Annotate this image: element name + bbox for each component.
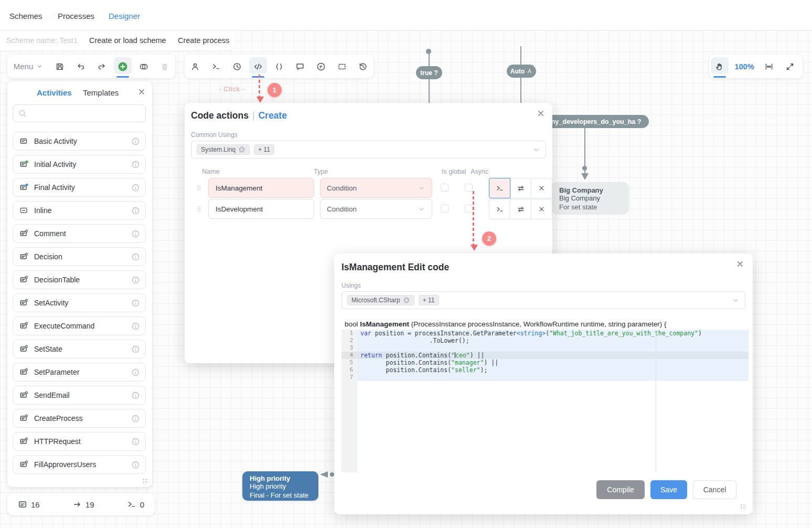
info-icon[interactable] xyxy=(131,160,140,169)
redo-button[interactable] xyxy=(91,55,112,78)
info-icon[interactable] xyxy=(131,137,140,146)
drag-handle-icon[interactable] xyxy=(195,183,203,194)
delete-button[interactable] xyxy=(154,55,175,78)
code-actions-button[interactable] xyxy=(248,55,269,78)
info-icon[interactable] xyxy=(131,252,140,261)
create-process-button[interactable]: Create process xyxy=(178,36,229,45)
transition-label-true[interactable]: true ? xyxy=(416,66,442,79)
info-icon[interactable] xyxy=(131,229,140,238)
zoom-level-button[interactable]: 100% xyxy=(730,55,758,78)
usings-select[interactable]: Microsoft.CSharp + 11 xyxy=(341,291,745,309)
chip-remove-icon[interactable] xyxy=(238,146,245,153)
action-type-select[interactable]: Condition xyxy=(320,199,432,219)
activity-item-inline[interactable]: Inline xyxy=(13,201,146,220)
activity-item-httprequest[interactable]: HTTPRequest xyxy=(13,432,146,451)
activity-item-setparameter[interactable]: SetParameter xyxy=(13,363,146,382)
activity-item-decisiontable[interactable]: DecisionTable xyxy=(13,270,146,289)
palette-resize-grip[interactable] xyxy=(142,478,148,484)
info-icon[interactable] xyxy=(131,437,140,446)
using-chip[interactable]: System.Linq xyxy=(197,144,250,155)
code-editor[interactable]: bool IsManagement (ProcessInstance proce… xyxy=(341,317,749,472)
common-usings-select[interactable]: System.Linq + 11 xyxy=(191,141,546,159)
actors-button[interactable] xyxy=(185,55,206,78)
nav-tab-schemes[interactable]: Schemes xyxy=(9,12,42,20)
info-icon[interactable] xyxy=(131,345,140,354)
create-or-load-scheme-button[interactable]: Create or load scheme xyxy=(89,36,166,45)
tab-activities[interactable]: Activities xyxy=(37,88,72,97)
dialog-resize-grip[interactable] xyxy=(740,504,746,510)
compile-button[interactable]: Compile xyxy=(596,480,645,499)
info-icon[interactable] xyxy=(131,183,140,192)
info-icon[interactable] xyxy=(131,460,140,469)
activity-item-setactivity[interactable]: SetActivity xyxy=(13,293,146,312)
code-line-content[interactable]: return position.Contains("ceo") || xyxy=(357,352,749,359)
timers-button[interactable] xyxy=(227,55,248,78)
parameters-button[interactable] xyxy=(269,55,290,78)
action-name-input[interactable] xyxy=(208,199,314,219)
close-icon[interactable] xyxy=(537,109,545,118)
pan-tool-button[interactable] xyxy=(709,55,730,78)
activity-item-basic-activity[interactable]: Basic Activity xyxy=(13,132,146,151)
delete-action-button[interactable] xyxy=(531,199,552,219)
async-checkbox[interactable] xyxy=(465,184,473,192)
usings-more-chip[interactable]: + 11 xyxy=(419,295,439,305)
close-icon[interactable] xyxy=(137,88,146,98)
undo-button[interactable] xyxy=(70,55,91,78)
info-icon[interactable] xyxy=(131,391,140,400)
commands-button[interactable] xyxy=(206,55,227,78)
transition-endpoint[interactable] xyxy=(426,49,431,54)
settings-button[interactable] xyxy=(510,199,531,219)
toggle-view-button[interactable] xyxy=(133,55,154,78)
delete-action-button[interactable] xyxy=(531,178,552,198)
transition-endpoint[interactable] xyxy=(330,472,334,477)
activity-item-setstate[interactable]: SetState xyxy=(13,340,146,358)
activity-item-executecommand[interactable]: ExecuteCommand xyxy=(13,316,146,335)
save-button[interactable]: Save xyxy=(650,480,687,499)
info-icon[interactable] xyxy=(131,322,140,331)
nav-tab-designer[interactable]: Designer xyxy=(109,12,140,20)
comments-button[interactable] xyxy=(290,55,311,78)
activity-item-fillapproversusers[interactable]: FillApproversUsers xyxy=(13,455,146,474)
activity-item-decision[interactable]: Decision xyxy=(13,247,146,266)
activity-search[interactable] xyxy=(13,104,146,122)
code-line-content[interactable] xyxy=(357,374,749,381)
code-line-content[interactable]: var position = processInstance.GetParame… xyxy=(357,330,749,337)
code-line-content[interactable]: .ToLower(); xyxy=(357,337,749,344)
cancel-button[interactable]: Cancel xyxy=(693,480,736,499)
is-global-checkbox[interactable] xyxy=(441,184,448,192)
scheme-name-input[interactable]: Scheme name: Test1 xyxy=(6,36,78,45)
chip-remove-icon[interactable] xyxy=(403,297,410,304)
info-icon[interactable] xyxy=(131,276,140,284)
activity-item-sendemail[interactable]: SendEmail xyxy=(13,386,146,405)
add-activity-button[interactable] xyxy=(112,55,133,78)
edit-code-button[interactable] xyxy=(489,178,510,198)
menu-button[interactable]: Menu xyxy=(7,55,49,78)
activity-item-createprocess[interactable]: CreateProcess xyxy=(13,409,146,428)
transition-endpoint[interactable] xyxy=(582,166,587,171)
info-icon[interactable] xyxy=(131,206,140,215)
close-icon[interactable] xyxy=(736,260,744,268)
settings-button[interactable] xyxy=(510,178,531,198)
usings-more-chip[interactable]: + 11 xyxy=(254,144,274,155)
code-line-content[interactable] xyxy=(357,344,749,352)
is-global-checkbox[interactable] xyxy=(441,205,448,213)
transition-label-auto[interactable]: Auto xyxy=(507,65,536,78)
drag-handle-icon[interactable] xyxy=(195,204,203,215)
code-line-content[interactable]: position.Contains("manager") || xyxy=(357,359,749,366)
action-name-input[interactable] xyxy=(208,178,314,198)
history-button[interactable] xyxy=(352,55,373,78)
async-checkbox[interactable] xyxy=(465,205,473,213)
info-icon[interactable] xyxy=(131,414,140,423)
nav-tab-processes[interactable]: Processes xyxy=(58,12,94,20)
tab-templates[interactable]: Templates xyxy=(83,88,119,97)
action-type-select[interactable]: Condition xyxy=(320,178,432,198)
edit-code-button[interactable] xyxy=(489,199,510,219)
code-line-content[interactable]: position.Contains("seller"); xyxy=(357,366,749,374)
activity-node-high-priority[interactable]: High priority High priority Final - For … xyxy=(242,471,318,501)
save-scheme-button[interactable] xyxy=(49,55,70,78)
selection-button[interactable] xyxy=(332,55,352,78)
activity-node-big-company[interactable]: Big Company Big Company For set state xyxy=(552,182,628,214)
info-icon[interactable] xyxy=(131,299,140,308)
activity-item-final-activity[interactable]: Final Activity xyxy=(13,178,146,197)
fit-width-button[interactable] xyxy=(758,55,779,78)
